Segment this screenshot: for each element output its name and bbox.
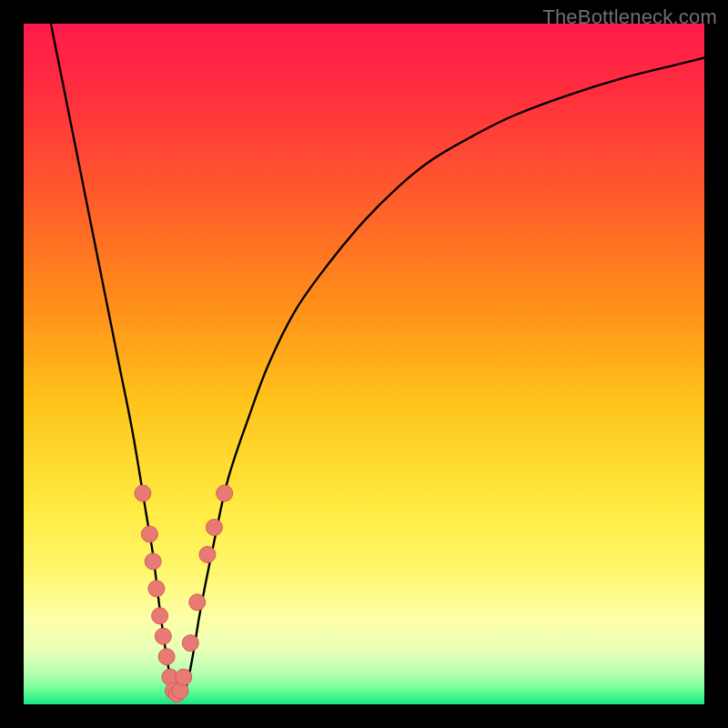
data-point-marker <box>145 553 161 570</box>
data-point-marker <box>141 526 157 542</box>
data-point-marker <box>217 485 233 501</box>
curve-layer <box>24 24 704 704</box>
data-point-marker <box>148 581 165 597</box>
data-point-marker <box>158 649 175 665</box>
watermark-text: TheBottleneck.com <box>542 5 717 29</box>
data-point-marker <box>206 520 222 536</box>
data-point-marker <box>152 608 168 624</box>
data-point-marker <box>135 485 151 501</box>
outer-frame: TheBottleneck.com <box>0 0 728 728</box>
data-point-marker <box>176 669 192 685</box>
data-point-marker <box>155 628 171 644</box>
data-point-marker <box>199 546 216 562</box>
plot-area <box>24 24 704 704</box>
data-point-marker <box>189 594 206 611</box>
data-point-marker <box>182 635 198 652</box>
